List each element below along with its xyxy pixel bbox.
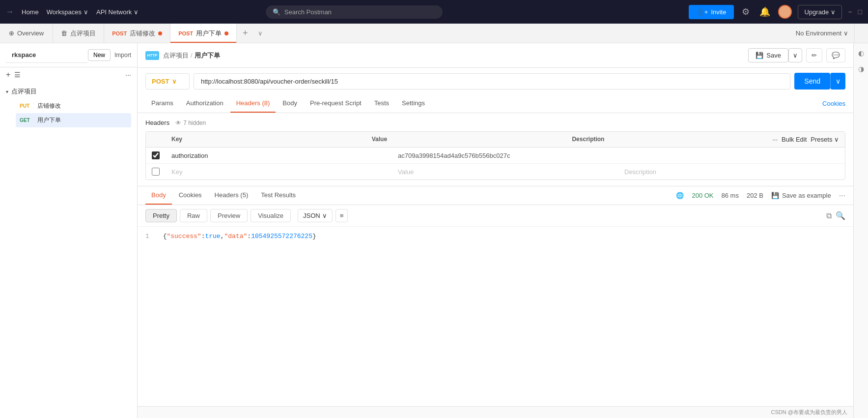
row2-checkbox[interactable] xyxy=(152,168,160,176)
resp-tab-body[interactable]: Body xyxy=(145,186,172,205)
row2-check[interactable] xyxy=(146,164,166,179)
send-button-caret[interactable]: ∨ xyxy=(830,73,845,90)
send-button[interactable]: Send xyxy=(794,73,830,90)
resp-actions: ⧉ 🔍 xyxy=(826,211,845,220)
minimize-icon[interactable]: − xyxy=(848,8,852,16)
preview-button[interactable]: Preview xyxy=(210,209,248,222)
th-actions: ··· Bulk Edit Presets ∨ xyxy=(766,132,845,147)
search-response-icon[interactable]: 🔍 xyxy=(836,211,845,220)
url-bar: POST ∨ Send ∨ xyxy=(138,68,853,94)
table-row-placeholder: Key Value Description xyxy=(146,164,845,179)
new-button[interactable]: New xyxy=(88,49,111,61)
sidebar: rkspace New Import + ☰ ··· ▾ 点评项目 PUT 店铺… xyxy=(0,43,138,418)
top-nav: → Home Workspaces ∨ API Network ∨ 🔍 Sear… xyxy=(0,0,868,24)
pretty-button[interactable]: Pretty xyxy=(145,209,177,222)
collection-header[interactable]: ▾ 点评项目 xyxy=(6,84,131,99)
cookies-link[interactable]: Cookies xyxy=(822,100,845,107)
bell-icon[interactable]: 🔔 xyxy=(757,4,772,19)
url-input[interactable] xyxy=(194,73,790,90)
post-method-label-active: POST xyxy=(178,30,193,36)
add-tab-icon[interactable]: + xyxy=(237,28,254,38)
invite-icon: 👤+ xyxy=(697,8,708,16)
row1-key[interactable]: authorization xyxy=(166,148,392,163)
json-value-true: true xyxy=(205,233,220,240)
row2-key-placeholder[interactable]: Key xyxy=(166,164,392,179)
save-as-example-button[interactable]: 💾 Save as example xyxy=(771,192,831,199)
workspaces-nav[interactable]: Workspaces ∨ xyxy=(47,8,88,16)
tab-pre-request-script[interactable]: Pre-request Script xyxy=(304,94,367,113)
sidebar-add-icon[interactable]: + xyxy=(6,70,10,79)
workspaces-chevron-icon: ∨ xyxy=(84,8,88,16)
home-nav[interactable]: Home xyxy=(22,8,39,16)
sidebar-more-icon[interactable]: ··· xyxy=(125,71,131,79)
filter-icon-button[interactable]: ≡ xyxy=(336,209,348,222)
tab-settings[interactable]: Settings xyxy=(396,94,431,113)
presets-dropdown[interactable]: Presets ∨ xyxy=(811,136,839,143)
edit-button[interactable]: ✏ xyxy=(806,48,822,62)
resp-tab-cookies[interactable]: Cookies xyxy=(173,186,208,205)
search-bar[interactable]: 🔍 Search Postman xyxy=(266,5,443,19)
json-key-success: "success" xyxy=(167,233,201,240)
tab-overview[interactable]: ⊕ Overview xyxy=(0,24,53,43)
headers-table: Key Value Description ··· Bulk Edit Pres… xyxy=(145,131,845,180)
credit-text: CSDN @布要成为最负责的男人 xyxy=(771,409,847,416)
row1-value[interactable]: ac709a3998154ad4a9c576b556bc027c xyxy=(392,148,618,163)
method-chevron-icon: ∨ xyxy=(172,78,177,85)
row2-desc-placeholder[interactable]: Description xyxy=(618,164,845,179)
code-viewer: 1 {"success":true,"data":105492557227622… xyxy=(138,227,853,406)
row1-checkbox[interactable] xyxy=(152,151,160,159)
sidebar-filter-icon[interactable]: ☰ xyxy=(14,71,21,79)
search-icon: 🔍 xyxy=(273,8,280,16)
sidebar-request-store[interactable]: PUT 店铺修改 xyxy=(16,99,131,113)
tab-headers[interactable]: Headers (8) xyxy=(230,94,276,113)
copy-icon[interactable]: ⧉ xyxy=(826,211,832,220)
rs-icon-1[interactable]: ◐ xyxy=(858,49,864,57)
tab-tests[interactable]: Tests xyxy=(368,94,395,113)
tab-params[interactable]: Params xyxy=(145,94,179,113)
request-header: HTTP 点评项目 / 用户下单 💾 Save ∨ ✏ 💬 xyxy=(138,43,853,68)
row1-description[interactable] xyxy=(618,151,845,159)
response-status-bar: 🌐 200 OK 86 ms 202 B 💾 Save as example ·… xyxy=(676,191,845,200)
save-button[interactable]: 💾 Save xyxy=(748,48,788,62)
invite-button[interactable]: 👤+ Invite xyxy=(689,5,734,19)
right-sidebar: ◐ ◑ xyxy=(853,43,868,418)
tabs-chevron-icon[interactable]: ∨ xyxy=(254,30,267,37)
raw-button[interactable]: Raw xyxy=(180,209,207,222)
api-network-chevron-icon: ∨ xyxy=(134,8,139,16)
tab-user-order[interactable]: POST 用户下单 xyxy=(170,24,237,43)
trash-icon: 🗑 xyxy=(61,30,67,37)
comment-button[interactable]: 💬 xyxy=(826,48,845,62)
method-selector[interactable]: POST ∨ xyxy=(145,73,190,90)
import-button[interactable]: Import xyxy=(114,52,131,59)
tab-bar: ⊕ Overview 🗑 点评项目 POST 店铺修改 POST 用户下单 + … xyxy=(0,24,868,43)
tab-body[interactable]: Body xyxy=(277,94,303,113)
api-network-nav[interactable]: API Network ∨ xyxy=(96,8,139,16)
top-nav-right: 👤+ Invite ⚙ 🔔 Upgrade ∨ − □ xyxy=(689,4,862,19)
resp-tab-headers[interactable]: Headers (5) xyxy=(209,186,254,205)
method-label: POST xyxy=(152,78,169,85)
collection-chevron-icon: ▾ xyxy=(6,89,8,94)
sidebar-collection: ▾ 点评项目 PUT 店铺修改 GET 用户下单 xyxy=(0,82,137,129)
sidebar-items: PUT 店铺修改 GET 用户下单 xyxy=(6,99,131,127)
back-arrow-icon[interactable]: → xyxy=(6,7,14,16)
environment-selector[interactable]: No Environment ∨ xyxy=(790,30,854,37)
resp-tab-test-results[interactable]: Test Results xyxy=(255,186,302,205)
save-button-caret[interactable]: ∨ xyxy=(788,48,802,62)
rs-icon-2[interactable]: ◑ xyxy=(858,65,864,73)
tab-authorization[interactable]: Authorization xyxy=(180,94,229,113)
maximize-icon[interactable]: □ xyxy=(858,8,862,16)
unsaved-dot xyxy=(158,31,162,35)
sidebar-request-order[interactable]: GET 用户下单 xyxy=(16,113,131,127)
visualize-button[interactable]: Visualize xyxy=(251,209,291,222)
more-icon[interactable]: ··· xyxy=(772,136,778,143)
response-more-icon[interactable]: ··· xyxy=(839,191,845,200)
tab-dianping[interactable]: 🗑 点评项目 xyxy=(53,24,104,43)
row2-value-placeholder[interactable]: Value xyxy=(392,164,618,179)
bulk-edit-link[interactable]: Bulk Edit xyxy=(782,136,807,143)
format-selector[interactable]: JSON ∨ xyxy=(298,209,333,222)
row1-check[interactable] xyxy=(146,148,166,163)
avatar[interactable] xyxy=(778,5,792,19)
upgrade-button[interactable]: Upgrade ∨ xyxy=(798,5,842,19)
settings-icon[interactable]: ⚙ xyxy=(740,4,752,19)
tab-store-edit[interactable]: POST 店铺修改 xyxy=(104,24,170,43)
